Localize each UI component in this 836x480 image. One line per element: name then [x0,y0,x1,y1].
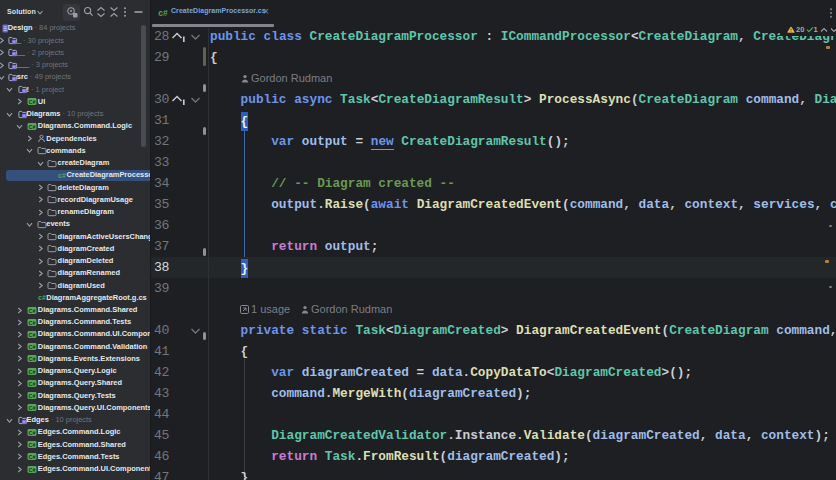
svg-text:C#: C# [29,429,36,435]
svg-text:C#: C# [29,466,36,472]
svg-text:C#: C# [29,368,36,374]
svg-text:C#: C# [29,393,36,399]
svg-text:c#: c# [38,295,46,302]
svg-text:C#: C# [29,344,36,350]
svg-text:c#: c# [158,8,168,18]
svg-text:C#: C# [29,307,36,313]
svg-text:C#: C# [29,380,36,386]
svg-text:C#: C# [29,331,36,337]
svg-text:C#: C# [29,319,36,325]
svg-text:C#: C# [29,442,36,448]
svg-text:C#: C# [29,356,36,362]
svg-text:C#: C# [29,99,36,105]
svg-text:C#: C# [29,123,36,129]
svg-text:C#: C# [29,454,36,460]
svg-text:c#: c# [58,172,66,179]
svg-text:C#: C# [29,405,36,411]
